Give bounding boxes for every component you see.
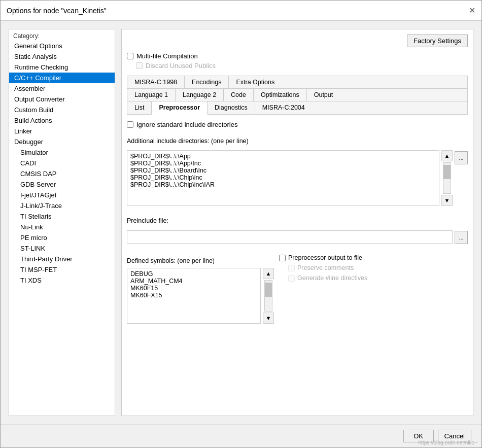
generate-line-directives-checkbox	[288, 275, 295, 282]
sidebar-item-j-link-j-trace[interactable]: J-Link/J-Trace	[9, 200, 115, 211]
include-dir-line: $PROJ_DIR$\..\.\Board\Inc	[130, 167, 436, 174]
tab-list[interactable]: List	[127, 101, 152, 114]
tabs-row3: ListPreprocessorDiagnosticsMISRA-C:2004	[127, 101, 467, 114]
multifile-compilation-label[interactable]: Multi-file Compilation	[127, 52, 468, 60]
sidebar-item-ti-msp-fet[interactable]: TI MSP-FET	[9, 264, 115, 275]
tab-code[interactable]: Code	[224, 89, 254, 101]
sidebar-item-custom-build[interactable]: Custom Build	[9, 105, 115, 115]
defined-symbols-box[interactable]: DEBUGARM_MATH_CM4MK60F15MK60FX15	[127, 268, 261, 324]
preserve-comments-label: Preserve comments	[279, 264, 468, 271]
tab-preprocessor[interactable]: Preprocessor	[152, 101, 208, 115]
factory-settings-button[interactable]: Factory Settings	[407, 35, 468, 47]
sidebar-item-c-c-compiler[interactable]: C/C++ Compiler	[9, 73, 115, 83]
sidebar-item-runtime-checking[interactable]: Runtime Checking	[9, 62, 115, 73]
tab-extra-options[interactable]: Extra Options	[229, 76, 282, 88]
include-dir-line: $PROJ_DIR$\..\.\Chip\inc\IAR	[130, 181, 436, 188]
preserve-comments-checkbox	[288, 265, 295, 271]
sidebar-item-assembler[interactable]: Assembler	[9, 83, 115, 94]
defined-symbols-col: Defined symbols: (one per line) DEBUGARM…	[127, 253, 274, 324]
tabs-row2: Language 1Language 2CodeOptimizationsOut…	[127, 89, 467, 101]
discard-unused-publics-label: Discard Unused Publics	[127, 62, 468, 70]
multifile-compilation-text: Multi-file Compilation	[136, 52, 198, 60]
tab-encodings[interactable]: Encodings	[185, 76, 229, 88]
compilation-options: Multi-file Compilation Discard Unused Pu…	[127, 52, 468, 70]
include-dir-line: $PROJ_DIR$\..\.\App	[130, 153, 436, 160]
sidebar-item-pe-micro[interactable]: PE micro	[9, 232, 115, 243]
defined-symbol-line: ARM_MATH_CM4	[130, 278, 257, 285]
defined-scrollbar-track[interactable]	[264, 280, 272, 312]
defined-symbol-line: MK60F15	[130, 285, 257, 292]
sidebar-item-gdb-server[interactable]: GDB Server	[9, 179, 115, 190]
defined-scroll-down[interactable]: ▼	[263, 313, 274, 324]
preserve-comments-text: Preserve comments	[297, 264, 354, 271]
sidebar-category-label: Category:	[9, 29, 115, 41]
include-dir-line: $PROJ_DIR$\..\.\Chip\inc	[130, 174, 436, 181]
title-bar: Options for node "vcan_Kinetis" ✕	[1, 1, 481, 21]
include-dirs-container: $PROJ_DIR$\..\.\App$PROJ_DIR$\..\.\App\I…	[127, 150, 468, 206]
sidebar-item-debugger[interactable]: Debugger	[9, 136, 115, 147]
generate-line-directives-text: Generate #line directives	[297, 274, 367, 282]
preinclude-file-input[interactable]	[127, 230, 453, 244]
discard-unused-publics-text: Discard Unused Publics	[146, 62, 216, 70]
sidebar-item-ti-xds[interactable]: TI XDS	[9, 275, 115, 286]
main-panel: Factory Settings Multi-file Compilation …	[121, 29, 473, 416]
include-dir-line: $PROJ_DIR$\..\.\App\Inc	[130, 160, 436, 167]
preprocessor-output-checkbox[interactable]	[279, 255, 286, 261]
sidebar-item-nu-link[interactable]: Nu-Link	[9, 222, 115, 232]
defined-scroll-up[interactable]: ▲	[263, 268, 274, 279]
preinclude-dots-button[interactable]: ...	[455, 231, 468, 244]
tab-diagnostics[interactable]: Diagnostics	[208, 101, 255, 114]
additional-include-label: Additional include directories: (one per…	[127, 137, 468, 145]
include-dirs-box[interactable]: $PROJ_DIR$\..\.\App$PROJ_DIR$\..\.\App\I…	[127, 150, 439, 206]
preprocessor-output-text: Preprocessor output to file	[288, 254, 362, 261]
include-dirs-scrollbar: ▲ ▼	[441, 150, 453, 206]
ignore-std-include-row[interactable]: Ignore standard include directories	[127, 121, 468, 128]
close-button[interactable]: ✕	[469, 7, 475, 15]
defined-symbol-line: DEBUG	[130, 270, 257, 278]
preprocessor-output-col: Preprocessor output to file Preserve com…	[279, 253, 468, 324]
scroll-up-btn[interactable]: ▲	[441, 150, 453, 161]
ignore-std-include-label: Ignore standard include directories	[136, 121, 237, 128]
sidebar-item-static-analysis[interactable]: Static Analysis	[9, 51, 115, 62]
dialog-footer: OK Cancel	[1, 424, 481, 447]
tab-misra-c-1998[interactable]: MISRA-C:1998	[127, 76, 185, 88]
multifile-compilation-checkbox[interactable]	[127, 53, 133, 59]
factory-btn-row: Factory Settings	[127, 35, 468, 47]
scroll-down-btn[interactable]: ▼	[441, 195, 453, 206]
scrollbar-track[interactable]	[443, 162, 451, 194]
sidebar-item-general-options[interactable]: General Options	[9, 41, 115, 51]
sidebar-item-i-jet-jtagjet[interactable]: I-jet/JTAGjet	[9, 190, 115, 200]
sidebar-item-linker[interactable]: Linker	[9, 126, 115, 136]
defined-symbols-scrollbar: ▲ ▼	[263, 268, 274, 324]
include-dots-button[interactable]: ...	[455, 151, 468, 164]
tabs-row1: MISRA-C:1998EncodingsExtra Options	[127, 76, 467, 89]
tab-language-1[interactable]: Language 1	[127, 89, 176, 101]
defined-symbols-section: Defined symbols: (one per line) DEBUGARM…	[127, 253, 468, 324]
sidebar-item-simulator[interactable]: Simulator	[9, 147, 115, 158]
preprocessor-output-label[interactable]: Preprocessor output to file	[279, 254, 468, 261]
scrollbar-thumb	[443, 165, 451, 179]
dialog: Options for node "vcan_Kinetis" ✕ Catego…	[0, 0, 482, 448]
tab-misra-c-2004[interactable]: MISRA-C:2004	[255, 101, 312, 114]
watermark: https://blog.csdn.net/niko~	[419, 440, 477, 445]
sidebar-item-cadi[interactable]: CADI	[9, 158, 115, 168]
dialog-title: Options for node "vcan_Kinetis"	[7, 7, 107, 15]
dialog-body: Category: General OptionsStatic Analysis…	[1, 21, 481, 424]
defined-scrollbar-thumb	[265, 283, 272, 297]
defined-symbol-line: MK60FX15	[130, 292, 257, 299]
sidebar-item-st-link[interactable]: ST-LINK	[9, 243, 115, 254]
preinclude-row: ...	[127, 230, 468, 244]
ignore-std-include-checkbox[interactable]	[127, 121, 133, 128]
sidebar-item-build-actions[interactable]: Build Actions	[9, 115, 115, 126]
sidebar-item-third-party-driver[interactable]: Third-Party Driver	[9, 254, 115, 264]
tab-optimizations[interactable]: Optimizations	[254, 89, 307, 101]
tab-output[interactable]: Output	[307, 89, 340, 101]
sidebar-item-ti-stellaris[interactable]: TI Stellaris	[9, 211, 115, 222]
preinclude-file-label: Preinclude file:	[127, 217, 468, 224]
tab-language-2[interactable]: Language 2	[176, 89, 224, 101]
sidebar-item-cmsis-dap[interactable]: CMSIS DAP	[9, 168, 115, 179]
defined-symbols-label: Defined symbols: (one per line)	[127, 257, 274, 264]
sidebar: Category: General OptionsStatic Analysis…	[9, 29, 115, 416]
sidebar-item-output-converter[interactable]: Output Converter	[9, 94, 115, 105]
discard-unused-publics-checkbox	[136, 62, 143, 69]
